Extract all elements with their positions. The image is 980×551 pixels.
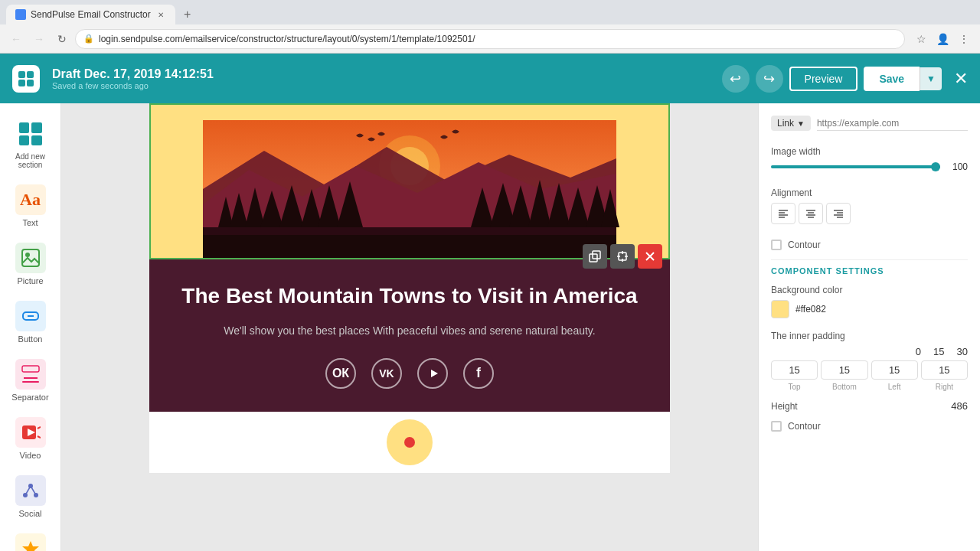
copy-section-btn[interactable] [583,244,607,269]
inner-padding-label: The inner padding [771,331,968,341]
image-width-group: Image width 100 [771,146,968,172]
section-actions [583,244,662,269]
sidebar-item-label: Social [19,509,42,518]
image-width-row: 100 [771,161,968,172]
align-center-btn[interactable] [799,203,823,224]
undo-btn[interactable]: ↩ [722,65,750,93]
image-width-value: 100 [946,161,968,172]
preview-btn[interactable]: Preview [789,67,858,91]
reload-btn[interactable]: ↻ [52,29,72,49]
alignment-label: Alignment [771,187,968,198]
social-vk-btn[interactable]: VK [371,358,402,389]
app-logo [12,65,40,93]
tab-close-btn[interactable]: ✕ [155,9,166,20]
app-header: Draft Dec. 17, 2019 14:12:51 Saved a few… [0,54,980,103]
contour2-checkbox[interactable] [771,421,782,432]
sidebar-item-extra[interactable] [3,527,58,551]
padding-30-value: 30 [957,346,968,357]
link-chevron-icon: ▼ [797,119,805,128]
padding-left-label: Left [871,383,918,391]
padding-top-input[interactable] [771,360,818,380]
save-btn[interactable]: Save [864,67,920,91]
svg-rect-44 [203,235,616,258]
padding-bottom-input[interactable] [821,360,867,380]
sidebar-item-label: Add newsection [15,152,45,169]
sidebar-item-button[interactable]: Button [3,295,58,350]
browser-nav-bar: ← → ↻ 🔒 login.sendpulse.com/emailservice… [0,24,980,53]
bg-color-swatch[interactable] [771,300,789,318]
forward-btn[interactable]: → [29,29,49,49]
header-actions: ↩ ↪ Preview Save ▼ ✕ [722,65,968,93]
contour-checkbox[interactable] [771,240,782,250]
text-section: The Best Mountain Towns to Visit in Amer… [149,259,670,412]
social-youtube-btn[interactable] [417,358,448,389]
link-input[interactable] [817,116,968,131]
align-left-btn[interactable] [771,203,795,224]
padding-left-input[interactable] [871,360,918,380]
alignment-group: Alignment [771,187,968,224]
browser-chrome: SendPulse Email Constructor ✕ + ← → ↻ 🔒 … [0,0,980,54]
svg-rect-3 [18,80,25,86]
svg-marker-54 [431,370,438,377]
link-group: Link ▼ [771,116,968,131]
app-subtitle: Saved a few seconds ago [52,81,710,90]
svg-line-20 [31,486,36,495]
svg-marker-21 [22,541,39,551]
bookmark-btn[interactable]: ☆ [911,29,931,49]
image-section [149,103,670,259]
left-sidebar: Add newsection Aa Text Picture [0,103,61,551]
svg-rect-0 [17,11,24,18]
add-section-icon [15,119,46,149]
text-icon: Aa [15,184,46,215]
sidebar-item-picture[interactable]: Picture [3,236,58,292]
link-tag[interactable]: Link ▼ [771,116,811,131]
padding-0-value: 0 [916,346,921,357]
bg-color-value: #ffe082 [795,304,826,315]
social-icon [15,475,46,506]
video-icon [15,417,46,448]
padding-right-label: Right [921,383,968,391]
save-dropdown-btn[interactable]: ▼ [920,67,942,90]
width-slider-track[interactable] [771,165,940,168]
close-btn[interactable]: ✕ [954,69,968,89]
height-label: Height [771,401,798,412]
browser-tab[interactable]: SendPulse Email Constructor ✕ [6,5,175,24]
app-title-block: Draft Dec. 17, 2019 14:12:51 Saved a few… [52,67,710,90]
mountain-image [181,120,638,258]
social-icons-row: ОК VK f [180,358,639,389]
social-ok-btn[interactable]: ОК [325,358,356,389]
padding-top-row: 0 15 30 [771,346,968,357]
picture-icon [15,243,46,273]
button-icon [15,301,46,331]
sidebar-item-social[interactable]: Social [3,469,58,524]
padding-top-label: Top [771,383,818,391]
sidebar-item-video[interactable]: Video [3,411,58,466]
sidebar-item-label: Separator [11,393,48,402]
sidebar-item-add-section[interactable]: Add newsection [3,112,58,175]
social-facebook-btn[interactable]: f [463,358,494,389]
sidebar-item-text[interactable]: Aa Text [3,178,58,233]
profile-btn[interactable]: 👤 [933,29,952,49]
menu-btn[interactable]: ⋮ [954,29,974,49]
sidebar-item-label: Picture [17,276,43,285]
align-right-btn[interactable] [826,203,851,224]
address-bar[interactable]: 🔒 login.sendpulse.com/emailservice/const… [75,29,905,49]
email-canvas: The Best Mountain Towns to Visit in Amer… [149,103,670,473]
svg-rect-1 [18,71,25,78]
svg-rect-45 [590,254,597,262]
email-title: The Best Mountain Towns to Visit in Amer… [180,282,639,310]
delete-section-btn[interactable] [638,244,662,269]
back-btn[interactable]: ← [6,29,26,49]
new-tab-btn[interactable]: + [178,5,197,24]
height-row: Height 486 [771,400,968,412]
redo-btn[interactable]: ↪ [756,65,783,93]
bg-color-label: Background color [771,285,968,295]
main-layout: Add newsection Aa Text Picture [0,103,980,551]
padding-labels-row: Top Bottom Left Right [771,383,968,391]
contour2-row: Contour [771,421,968,432]
move-section-btn[interactable] [610,244,635,269]
padding-right-input[interactable] [921,360,968,380]
svg-line-19 [25,486,31,495]
sidebar-item-separator[interactable]: Separator [3,353,58,408]
app-title: Draft Dec. 17, 2019 14:12:51 [52,67,710,81]
